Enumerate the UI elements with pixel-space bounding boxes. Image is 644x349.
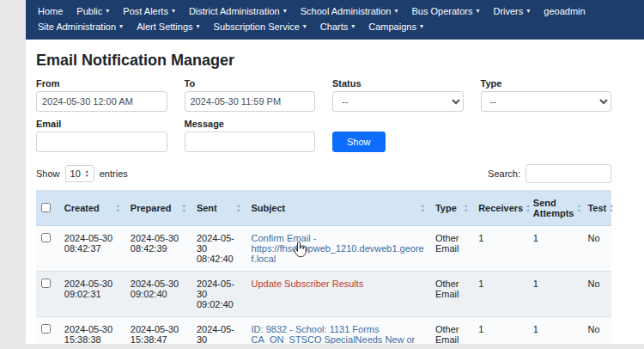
navbar-row-2: Site Administration ▾ Alert Settings ▾ S… — [38, 19, 632, 34]
nav-item-district-administration[interactable]: District Administration ▾ — [189, 6, 287, 16]
header-subject[interactable]: Subject▲▼ — [246, 191, 430, 226]
header-type[interactable]: Type▲▼ — [430, 191, 473, 226]
cell-type: Other Email — [430, 272, 473, 317]
select-all-checkbox[interactable] — [41, 203, 51, 212]
nav-item-alert-settings[interactable]: Alert Settings ▾ — [137, 21, 199, 32]
sort-icon: ▲▼ — [526, 203, 530, 213]
nav-item-bus-operators[interactable]: Bus Operators ▾ — [412, 6, 480, 16]
type-select[interactable]: -- — [481, 91, 612, 112]
subject-link[interactable]: ID: 9832 - School: 1131 Forms CA_ON_STSC… — [252, 324, 416, 344]
show-button[interactable]: Show — [332, 132, 386, 152]
chevron-down-icon: ▾ — [119, 23, 123, 30]
filter-from: From — [36, 71, 167, 112]
cell-subject: ID: 9832 - School: 1131 Forms CA_ON_STSC… — [246, 317, 430, 345]
nav-item-subscription-service[interactable]: Subscription Service ▾ — [214, 21, 307, 32]
header-send-attempts[interactable]: Send Attempts▲▼ — [528, 191, 583, 226]
header-created[interactable]: Created▲▼ — [59, 191, 125, 226]
filter-type: Type -- — [481, 71, 612, 112]
header-test[interactable]: Test▲▼ — [582, 191, 611, 226]
table-row: 2024-05-30 09:02:31 2024-05-30 09:02:40 … — [36, 272, 611, 317]
nav-item-label: Bus Operators — [412, 6, 473, 16]
sort-icon: ▲▼ — [576, 203, 580, 213]
row-checkbox[interactable] — [41, 279, 51, 288]
nav-item-public[interactable]: Public ▾ — [76, 6, 109, 16]
nav-item-site-administration[interactable]: Site Administration ▾ — [38, 21, 123, 32]
cell-sent: 2024-05-30 15:38:48 — [191, 317, 246, 345]
header-sent[interactable]: Sent▲▼ — [191, 191, 246, 226]
cell-test: No — [582, 272, 611, 317]
cell-type: Other Email — [430, 317, 473, 345]
filter-actions: Show — [332, 112, 464, 152]
page-size-value: 10 — [70, 168, 81, 179]
nav-item-campaigns[interactable]: Campaigns ▾ — [368, 21, 423, 32]
search-input[interactable] — [526, 164, 611, 183]
nav-item-label: Subscription Service — [214, 21, 300, 32]
page-title: Email Notification Manager — [36, 52, 611, 70]
cell-sent: 2024-05-30 08:42:40 — [191, 226, 246, 272]
filter-email: Email — [36, 112, 167, 152]
cell-prepared: 2024-05-30 09:02:40 — [125, 272, 191, 317]
nav-item-label: Alert Settings — [137, 21, 192, 32]
nav-item-school-administration[interactable]: School Administration ▾ — [301, 6, 398, 16]
chevron-down-icon: ▾ — [476, 8, 479, 15]
row-checkbox[interactable] — [41, 233, 51, 242]
to-input[interactable] — [185, 91, 316, 112]
nav-item-label: Campaigns — [368, 21, 416, 32]
sort-icon: ▲▼ — [420, 203, 424, 213]
entries-label: entries — [100, 168, 128, 179]
cell-prepared: 2024-05-30 15:38:47 — [125, 317, 191, 345]
from-label: From — [36, 78, 167, 89]
cell-receivers: 1 — [473, 272, 528, 317]
cell-test: No — [582, 226, 611, 272]
nav-item-label: Post Alerts — [123, 6, 168, 16]
status-label: Status — [332, 78, 464, 89]
filter-spacer — [481, 112, 612, 152]
cell-type: Other Email — [430, 226, 473, 272]
status-select[interactable]: -- — [332, 91, 464, 112]
from-input[interactable] — [36, 91, 167, 112]
chevron-down-icon: ▾ — [351, 23, 355, 30]
nav-item-drivers[interactable]: Drivers ▾ — [493, 6, 530, 16]
to-label: To — [185, 78, 316, 89]
user-menu[interactable]: geoadmin — [544, 6, 585, 16]
header-prepared[interactable]: Prepared▲▼ — [125, 191, 191, 226]
email-input[interactable] — [36, 132, 167, 152]
nav-item-label: Public — [76, 6, 102, 16]
subject-link[interactable]: Update Subscriber Results — [252, 279, 364, 289]
subject-link[interactable]: Confirm Email - https://fhsd_bpweb_1210.… — [252, 233, 424, 264]
cell-subject: Update Subscriber Results — [246, 272, 430, 317]
filter-to: To — [185, 71, 316, 112]
filter-form: From To Status -- Type -- Email — [36, 71, 611, 152]
nav-item-charts[interactable]: Charts ▾ — [320, 21, 355, 32]
table-header-row: Created▲▼ Prepared▲▼ Sent▲▼ Subject▲▼ Ty… — [36, 191, 611, 226]
cell-send-attempts: 1 — [528, 272, 583, 317]
cell-created: 2024-05-30 15:38:38 — [59, 317, 125, 345]
chevron-down-icon: ▾ — [197, 23, 200, 30]
cell-select — [36, 226, 59, 272]
sort-icon: ▲▼ — [609, 203, 613, 213]
table-row: 2024-05-30 15:38:38 2024-05-30 15:38:47 … — [36, 317, 611, 345]
chevron-down-icon: ▾ — [106, 8, 109, 15]
main-content: Email Notification Manager From To Statu… — [26, 40, 644, 344]
nav-item-label: Home — [38, 6, 63, 16]
cell-created: 2024-05-30 08:42:37 — [59, 226, 125, 272]
chevron-down-icon: ▾ — [394, 8, 398, 15]
cell-prepared: 2024-05-30 08:42:39 — [125, 226, 191, 272]
chevron-down-icon: ▾ — [283, 8, 287, 15]
page-size-select[interactable]: 10 ▲▼ — [65, 165, 94, 182]
cell-subject: Confirm Email - https://fhsd_bpweb_1210.… — [246, 226, 430, 272]
chevron-down-icon: ▾ — [172, 8, 175, 15]
row-checkbox[interactable] — [41, 324, 51, 334]
navbar-row-1: Home Public ▾ Post Alerts ▾ District Adm… — [38, 3, 632, 19]
cell-select — [36, 272, 59, 317]
nav-item-post-alerts[interactable]: Post Alerts ▾ — [123, 6, 175, 16]
chevron-down-icon: ▾ — [526, 8, 530, 15]
search-box: Search: — [488, 164, 611, 183]
header-select-all — [36, 191, 59, 226]
user-name: geoadmin — [544, 6, 585, 16]
type-label: Type — [481, 78, 612, 89]
nav-item-home[interactable]: Home — [38, 6, 63, 16]
header-receivers[interactable]: Receivers▲▼ — [473, 191, 528, 226]
message-input[interactable] — [185, 132, 316, 152]
filter-status: Status -- — [332, 71, 464, 112]
